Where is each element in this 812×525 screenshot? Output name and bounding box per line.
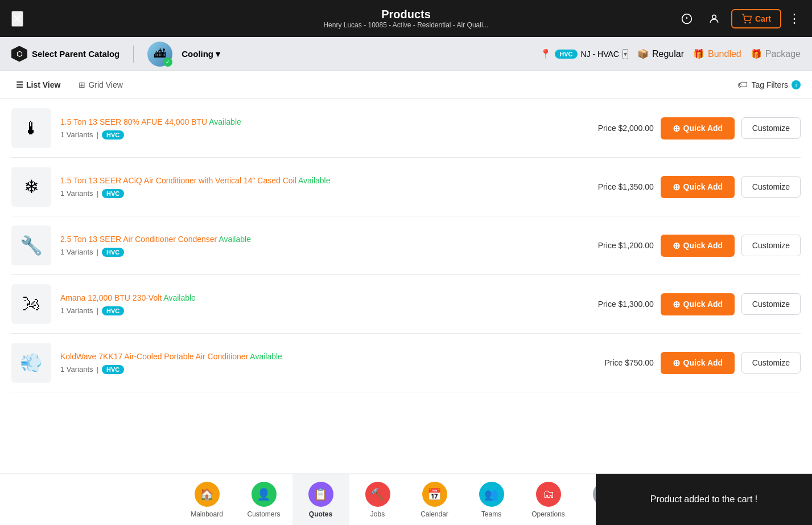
product-actions: Price $2,000.00 ⊕ Quick Add Customize xyxy=(598,117,801,140)
product-name[interactable]: KoldWave 7KK17 Air-Cooled Portable Air C… xyxy=(60,351,595,363)
customize-button[interactable]: Customize xyxy=(741,235,801,256)
product-actions: Price $1,300.00 ⊕ Quick Add Customize xyxy=(598,293,801,315)
location-dropdown-button[interactable]: ▾ xyxy=(623,49,628,59)
location-text: NJ - HVAC xyxy=(581,50,619,59)
nav-item-jobs[interactable]: 🔨 Jobs xyxy=(349,474,406,526)
nav-item-teams[interactable]: 👥 Teams xyxy=(463,474,520,526)
catalog-check-icon: ✓ xyxy=(163,58,172,67)
plus-circle-icon: ⊕ xyxy=(673,182,680,192)
cart-button[interactable]: Cart xyxy=(731,9,781,28)
header-title-group: Products Henry Lucas - 10085 - Active - … xyxy=(323,8,488,29)
quick-add-button[interactable]: ⊕ Quick Add xyxy=(661,117,735,140)
filter-icon-button[interactable] xyxy=(677,9,697,29)
product-list: 🌡 1.5 Ton 13 SEER 80% AFUE 44,000 BTU Av… xyxy=(0,99,812,473)
quick-add-button[interactable]: ⊕ Quick Add xyxy=(661,176,735,198)
nav-label-mainboard: Mainboard xyxy=(191,510,223,518)
nav-label-calendar: Calendar xyxy=(421,510,448,518)
product-row: 💨 KoldWave 7KK17 Air-Cooled Portable Air… xyxy=(11,334,801,392)
product-name[interactable]: 1.5 Ton 13 SEER 80% AFUE 44,000 BTU Avai… xyxy=(60,117,589,128)
availability-label: Available xyxy=(163,293,196,302)
customize-button[interactable]: Customize xyxy=(741,176,801,198)
nav-label-operations: Operations xyxy=(531,510,565,518)
select-parent-catalog-label: Select Parent Catalog xyxy=(32,49,119,59)
more-options-button[interactable]: ⋮ xyxy=(788,11,801,26)
product-price: Price $1,200.00 xyxy=(598,241,654,250)
quick-add-label: Quick Add xyxy=(683,300,723,309)
nav-icon-mainboard: 🏠 xyxy=(195,482,220,507)
grid-view-button[interactable]: ⊞ Grid View xyxy=(74,78,127,92)
toolbar: ☰ List View ⊞ Grid View 🏷 Tag Filters i xyxy=(0,71,812,99)
product-hvc-badge: HVC xyxy=(102,130,124,140)
product-meta: 1 Variants | HVC xyxy=(60,365,595,374)
availability-label: Available xyxy=(219,235,251,244)
product-row: ❄ 1.5 Ton 13 SEER ACiQ Air Conditioner w… xyxy=(11,158,801,216)
product-row: 🌬 Amana 12,000 BTU 230-Volt Available 1 … xyxy=(11,275,801,334)
product-name[interactable]: 1.5 Ton 13 SEER ACiQ Air Conditioner wit… xyxy=(60,175,589,187)
product-hvc-badge: HVC xyxy=(102,189,124,198)
grid-view-icon: ⊞ xyxy=(79,80,85,89)
category-dropdown-button[interactable]: Cooling ▾ xyxy=(182,49,220,59)
plus-circle-icon: ⊕ xyxy=(673,358,680,368)
product-name[interactable]: 2.5 Ton 13 SEER Air Conditioner Condense… xyxy=(60,234,589,245)
catalog-divider xyxy=(133,46,134,63)
product-image: 💨 xyxy=(11,343,51,383)
tag-filters-label: Tag Filters xyxy=(751,80,788,89)
nav-item-operations[interactable]: 🗂 Operations xyxy=(520,474,577,526)
bundled-icon: 🎁 xyxy=(693,48,704,59)
availability-label: Available xyxy=(209,117,241,126)
nav-item-quotes[interactable]: 📋 Quotes xyxy=(292,474,349,526)
product-name[interactable]: Amana 12,000 BTU 230-Volt Available xyxy=(60,293,589,304)
person-icon-button[interactable] xyxy=(704,9,724,29)
nav-item-mainboard[interactable]: 🏠 Mainboard xyxy=(179,474,236,526)
customize-button[interactable]: Customize xyxy=(741,293,801,315)
package-icon: 🎁 xyxy=(751,48,762,59)
product-price: Price $1,300.00 xyxy=(598,300,654,309)
variants-label: 1 Variants xyxy=(60,365,93,374)
dropdown-chevron-icon: ▾ xyxy=(216,49,220,59)
product-actions: Price $1,200.00 ⊕ Quick Add Customize xyxy=(598,235,801,257)
product-image: 🌬 xyxy=(11,284,51,324)
svg-point-3 xyxy=(712,15,716,19)
quick-add-label: Quick Add xyxy=(683,182,723,191)
variants-label: 1 Variants xyxy=(60,130,93,139)
product-info: KoldWave 7KK17 Air-Cooled Portable Air C… xyxy=(60,351,595,374)
product-meta: 1 Variants | HVC xyxy=(60,130,589,140)
customize-button[interactable]: Customize xyxy=(741,117,801,139)
list-view-label: List View xyxy=(26,80,60,89)
variants-label: 1 Variants xyxy=(60,189,93,198)
nav-label-teams: Teams xyxy=(481,510,501,518)
location-group: 📍 HVC NJ - HVAC ▾ xyxy=(540,48,628,59)
list-view-button[interactable]: ☰ List View xyxy=(11,78,65,92)
close-button[interactable]: ✕ xyxy=(11,11,23,27)
product-image: 🔧 xyxy=(11,225,51,265)
info-icon[interactable]: i xyxy=(792,80,801,89)
quick-add-button[interactable]: ⊕ Quick Add xyxy=(661,235,735,257)
cart-label: Cart xyxy=(755,14,771,23)
quick-add-label: Quick Add xyxy=(683,241,723,250)
meta-separator: | xyxy=(97,130,98,139)
catalog-logo: ⬡ Select Parent Catalog xyxy=(11,46,119,62)
nav-item-calendar[interactable]: 📅 Calendar xyxy=(406,474,463,526)
variants-label: 1 Variants xyxy=(60,248,93,256)
regular-label: Regular xyxy=(652,49,684,59)
product-info: 2.5 Ton 13 SEER Air Conditioner Condense… xyxy=(60,234,589,257)
nav-item-customers[interactable]: 👤 Customers xyxy=(236,474,292,526)
quick-add-label: Quick Add xyxy=(683,358,723,367)
quick-add-button[interactable]: ⊕ Quick Add xyxy=(661,352,735,374)
nav-label-jobs: Jobs xyxy=(370,510,385,518)
tag-filters: 🏷 Tag Filters i xyxy=(737,79,801,91)
page-title: Products xyxy=(323,8,488,21)
quick-add-button[interactable]: ⊕ Quick Add xyxy=(661,293,735,315)
customize-button[interactable]: Customize xyxy=(741,352,801,374)
availability-label: Available xyxy=(298,176,331,185)
category-name: Cooling xyxy=(182,49,213,59)
catalog-right: 📍 HVC NJ - HVAC ▾ 📦 Regular 🎁 Bundled 🎁 … xyxy=(540,48,801,59)
bundled-label: Bundled xyxy=(708,49,741,59)
variants-label: 1 Variants xyxy=(60,306,93,315)
package-label: Package xyxy=(765,49,801,59)
toast-message: Product added to the cart ! xyxy=(650,494,758,505)
product-hvc-badge: HVC xyxy=(102,248,124,257)
product-row: 🌡 1.5 Ton 13 SEER 80% AFUE 44,000 BTU Av… xyxy=(11,99,801,158)
svg-point-5 xyxy=(749,22,751,23)
nav-label-customers: Customers xyxy=(247,510,280,518)
